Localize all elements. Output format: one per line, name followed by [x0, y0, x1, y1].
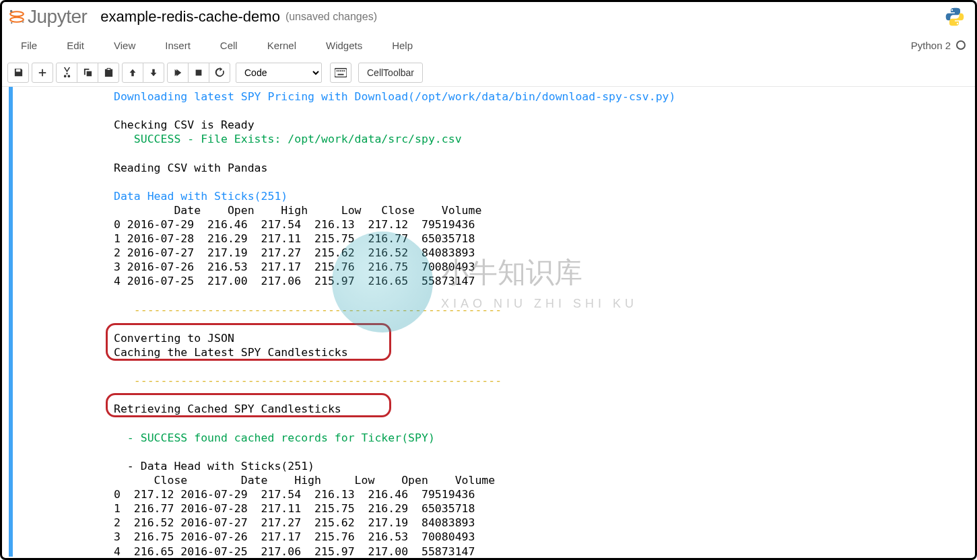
run-button[interactable] [167, 63, 189, 83]
menu-edit[interactable]: Edit [52, 34, 99, 57]
svg-point-6 [957, 23, 958, 24]
cut-button[interactable] [56, 63, 77, 83]
menu-file[interactable]: File [11, 34, 52, 57]
copy-button[interactable] [77, 63, 98, 83]
cell-toolbar-button[interactable]: CellToolbar [358, 63, 423, 83]
svg-rect-8 [335, 68, 347, 77]
move-down-button[interactable] [143, 63, 164, 83]
save-status: (unsaved changes) [285, 11, 377, 23]
jupyter-icon [7, 7, 26, 26]
svg-point-5 [951, 9, 953, 11]
menu-widgets[interactable]: Widgets [311, 34, 377, 57]
svg-rect-11 [340, 70, 341, 71]
cell-type-select[interactable]: Code [236, 63, 322, 83]
svg-rect-7 [196, 69, 202, 75]
svg-rect-10 [338, 70, 339, 71]
menu-kernel[interactable]: Kernel [252, 34, 311, 57]
save-icon [13, 67, 24, 77]
arrow-down-icon [149, 68, 158, 77]
notebook-header: Jupyter example-redis-cache-demo (unsave… [2, 2, 975, 32]
save-button[interactable] [7, 63, 29, 83]
cell-output-text: Downloading latest SPY Pricing with Down… [114, 90, 975, 557]
add-cell-button[interactable] [32, 63, 53, 83]
menu-help[interactable]: Help [377, 34, 428, 57]
run-icon [173, 68, 182, 77]
notebook-container: Downloading latest SPY Pricing with Down… [2, 87, 975, 557]
menu-insert[interactable]: Insert [150, 34, 205, 57]
kernel-name: Python 2 [911, 40, 951, 51]
jupyter-wordmark: Jupyter [28, 6, 87, 28]
toolbar: Code CellToolbar [2, 59, 975, 87]
move-up-button[interactable] [122, 63, 143, 83]
svg-point-3 [22, 21, 24, 23]
svg-rect-14 [338, 73, 344, 75]
jupyter-logo[interactable]: Jupyter [7, 6, 87, 28]
keyboard-icon [335, 68, 347, 77]
menubar: File Edit View Insert Cell Kernel Widget… [2, 32, 975, 59]
svg-rect-13 [344, 70, 345, 71]
restart-button[interactable] [209, 63, 230, 83]
notebook-name[interactable]: example-redis-cache-demo [100, 8, 280, 26]
cut-icon [62, 67, 72, 77]
interrupt-button[interactable] [188, 63, 209, 83]
plus-icon [38, 68, 47, 77]
kernel-status-icon [956, 40, 966, 50]
menu-cell[interactable]: Cell [205, 34, 252, 57]
command-palette-button[interactable] [330, 63, 351, 83]
paste-button[interactable] [98, 63, 119, 83]
stop-icon [194, 68, 203, 77]
python-logo-icon [944, 6, 966, 28]
svg-rect-9 [337, 70, 338, 71]
svg-point-2 [10, 10, 13, 13]
arrow-up-icon [128, 68, 137, 77]
paste-icon [104, 67, 114, 77]
menu-view[interactable]: View [99, 34, 150, 57]
svg-point-0 [10, 11, 24, 16]
copy-icon [83, 67, 93, 77]
svg-rect-12 [342, 70, 343, 71]
restart-icon [215, 67, 225, 77]
code-cell-output: Downloading latest SPY Pricing with Down… [9, 87, 975, 557]
kernel-indicator: Python 2 [911, 40, 966, 51]
svg-point-4 [11, 22, 12, 24]
svg-point-1 [10, 18, 24, 22]
